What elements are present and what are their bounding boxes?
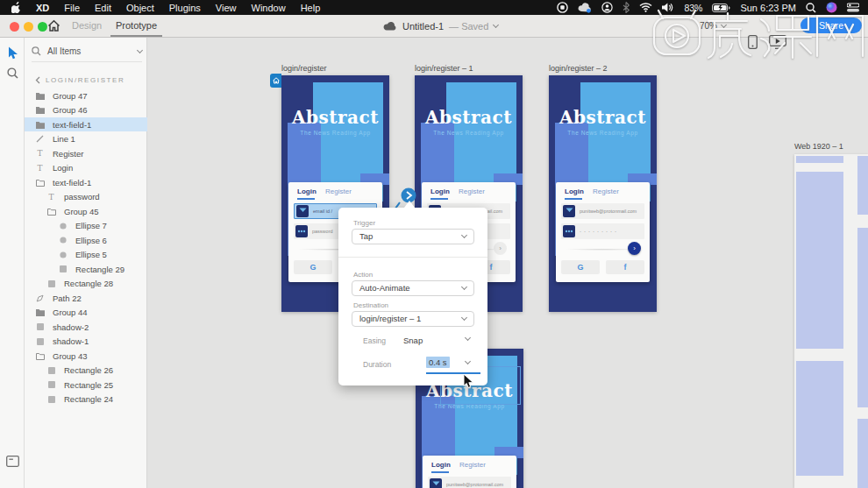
facebook-button: f	[606, 260, 644, 274]
layer-row-rectangle-26[interactable]: Rectangle 26	[25, 364, 147, 378]
layer-row-shadow-1[interactable]: shadow-1	[25, 335, 147, 349]
app-titlebar: Design Prototype Untitled-1 — Saved 70% …	[0, 15, 868, 38]
duration-field[interactable]: 0.4 s	[426, 357, 450, 367]
mail-icon	[296, 205, 309, 217]
desktop-preview-icon[interactable]	[769, 35, 786, 49]
close-window-button[interactable]	[10, 22, 19, 32]
password-field: ·········	[561, 223, 644, 239]
action-dropdown[interactable]: Auto-Animate	[352, 280, 474, 296]
mock-register-tab: Register	[593, 187, 619, 195]
layer-row-ellipse-6[interactable]: Ellipse 6	[25, 233, 147, 247]
account-icon[interactable]	[601, 2, 613, 13]
doc-chevron-icon[interactable]	[493, 21, 499, 27]
layer-label: Group 43	[53, 351, 88, 361]
mobile-preview-icon[interactable]	[748, 35, 758, 49]
siri-icon[interactable]	[826, 2, 837, 13]
rect-icon	[46, 280, 56, 287]
tab-prototype[interactable]: Prototype	[110, 15, 162, 37]
layer-label: Group 47	[53, 91, 88, 101]
layers-filter[interactable]: All Items	[32, 45, 142, 62]
mail-icon	[430, 478, 442, 488]
cloud-sync-icon[interactable]	[578, 3, 592, 13]
menu-item-help[interactable]: Help	[301, 3, 321, 13]
menu-item-edit[interactable]: Edit	[95, 3, 111, 13]
duration-chevron-icon[interactable]	[465, 358, 471, 364]
apple-icon[interactable]	[11, 2, 21, 13]
layer-label: text-field-1	[53, 120, 91, 130]
share-button[interactable]: Share	[800, 18, 862, 33]
zoom-control[interactable]: 70%	[700, 15, 726, 37]
menu-item-plugins[interactable]: Plugins	[169, 3, 201, 13]
layer-label: Group 45	[64, 207, 99, 216]
artboard-label[interactable]: login/register – 1	[415, 64, 473, 73]
layer-row-path-22[interactable]: Path 22	[25, 291, 147, 305]
mock-login-tab: Login	[297, 187, 317, 195]
bluetooth-icon[interactable]	[623, 2, 630, 13]
layer-row-group-46[interactable]: Group 46	[25, 103, 147, 117]
layer-row-register[interactable]: TRegister	[25, 146, 147, 160]
layer-row-shadow-2[interactable]: shadow-2	[25, 320, 147, 334]
zoom-level: 70%	[700, 21, 717, 31]
mock-login-tab: Login	[430, 187, 450, 195]
screen-record-icon[interactable]	[557, 2, 568, 13]
layer-row-rectangle-28[interactable]: Rectangle 28	[25, 277, 147, 291]
zoom-tool-icon[interactable]	[7, 67, 18, 79]
layer-row-rectangle-29[interactable]: Rectangle 29	[25, 262, 147, 276]
layer-row-group-45[interactable]: Group 45	[25, 204, 147, 218]
artboard-label-web1920[interactable]: Web 1920 – 1	[794, 142, 843, 151]
destination-dropdown[interactable]: login/register – 1	[352, 311, 474, 327]
minimize-window-button[interactable]	[24, 22, 33, 32]
wifi-icon[interactable]	[639, 3, 652, 12]
artboard-ab3[interactable]: login/register – 2 Abstract The News Rea…	[549, 75, 657, 312]
back-chevron-icon[interactable]	[35, 76, 40, 84]
layers-board-header[interactable]: LOGIN/REGISTER	[35, 76, 125, 84]
layer-row-text-field-1[interactable]: text-field-1	[25, 117, 147, 131]
layer-row-rectangle-25[interactable]: Rectangle 25	[25, 378, 147, 392]
password-dots-icon	[563, 225, 575, 237]
control-center-icon[interactable]	[847, 3, 859, 12]
menu-item-xd[interactable]: XD	[36, 3, 49, 13]
layers-panel: All Items LOGIN/REGISTER Group 47Group 4…	[25, 38, 147, 488]
menu-item-file[interactable]: File	[64, 3, 80, 13]
layer-row-text-field-1[interactable]: text-field-1	[25, 175, 147, 189]
zoom-window-button[interactable]	[38, 22, 47, 32]
artboard-web1920[interactable]	[794, 154, 868, 488]
email-text: punitweb@protonmail.com	[580, 209, 637, 214]
layer-row-group-47[interactable]: Group 47	[25, 88, 147, 103]
spotlight-icon[interactable]	[806, 3, 816, 13]
mail-icon	[563, 205, 575, 217]
folder-open-icon	[35, 179, 45, 187]
layer-row-group-44[interactable]: Group 44	[25, 306, 147, 320]
mock-login-tab: Login	[565, 187, 584, 195]
folder-icon	[35, 106, 45, 114]
layer-row-rectangle-24[interactable]: Rectangle 24	[25, 393, 147, 407]
layers-panel-toggle-icon[interactable]	[6, 456, 19, 467]
layer-row-password[interactable]: Tpassword	[25, 190, 147, 204]
layer-label: Rectangle 25	[64, 380, 113, 390]
menu-item-window[interactable]: Window	[252, 3, 286, 13]
layer-row-ellipse-7[interactable]: Ellipse 7	[25, 219, 147, 233]
home-artboard-badge[interactable]	[270, 74, 281, 88]
easing-chevron-icon[interactable]	[465, 335, 471, 341]
menu-item-object[interactable]: Object	[126, 3, 154, 13]
layer-row-ellipse-5[interactable]: Ellipse 5	[25, 248, 147, 262]
app-logo-title: Abstract	[549, 107, 657, 128]
popup-arrow	[402, 201, 417, 211]
tab-design[interactable]: Design	[72, 15, 102, 37]
artboard-label[interactable]: login/register – 2	[549, 64, 608, 73]
document-title[interactable]: Untitled-1	[402, 21, 444, 32]
select-tool-icon[interactable]	[8, 46, 18, 60]
layer-row-line-1[interactable]: Line 1	[25, 132, 147, 146]
destination-value: login/register – 1	[359, 314, 421, 323]
rect-icon	[35, 323, 45, 330]
clock[interactable]: Sun 6:23 PM	[740, 3, 796, 13]
easing-dropdown[interactable]: Snap	[403, 336, 423, 345]
layer-row-login[interactable]: TLogin	[25, 161, 147, 175]
text-icon: T	[35, 164, 45, 173]
artboard-label[interactable]: login/register	[281, 64, 327, 73]
layer-row-group-43[interactable]: Group 43	[25, 349, 147, 363]
trigger-dropdown[interactable]: Tap	[352, 229, 474, 244]
home-icon[interactable]	[47, 19, 60, 32]
volume-icon[interactable]	[662, 3, 674, 12]
menu-item-view[interactable]: View	[216, 3, 237, 13]
